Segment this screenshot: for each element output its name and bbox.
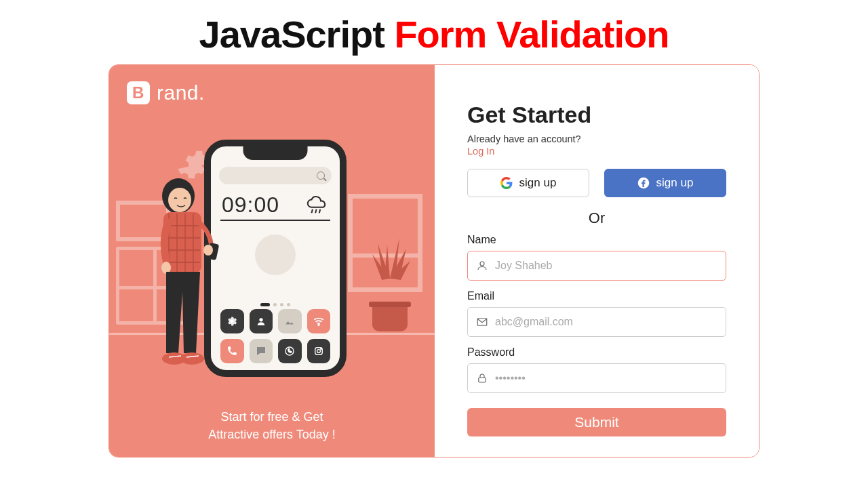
- person-illustration: [136, 170, 224, 380]
- search-icon: [317, 171, 325, 180]
- login-link[interactable]: Log In: [467, 146, 726, 157]
- title-part-1: JavaScript: [199, 13, 384, 56]
- brand-logo: B rand.: [127, 81, 417, 104]
- name-input-wrap[interactable]: [467, 251, 726, 281]
- password-label: Password: [467, 346, 726, 359]
- email-label: Email: [467, 290, 726, 302]
- google-signup-button[interactable]: sign up: [467, 169, 589, 197]
- submit-button[interactable]: Submit: [467, 408, 726, 436]
- mail-icon: [476, 316, 488, 328]
- svg-line-1: [315, 209, 316, 213]
- signup-card: B rand. 09:00: [108, 64, 760, 458]
- form-headline: Get Started: [467, 102, 726, 128]
- email-input-wrap[interactable]: [467, 307, 726, 337]
- instagram-app-icon: [307, 339, 331, 363]
- password-input-wrap[interactable]: [467, 363, 726, 393]
- google-signup-label: sign up: [519, 176, 557, 190]
- phone-clock: 09:00: [222, 192, 279, 218]
- brand-mark-icon: B: [127, 81, 150, 104]
- brand-name: rand.: [157, 81, 205, 104]
- facebook-signup-button[interactable]: sign up: [604, 169, 726, 197]
- svg-point-9: [320, 348, 321, 350]
- or-divider: Or: [467, 209, 726, 227]
- social-signup-row: sign up sign up: [467, 169, 726, 197]
- facebook-signup-label: sign up: [656, 176, 694, 190]
- photos-app-icon: [278, 309, 302, 333]
- svg-point-8: [317, 350, 320, 353]
- svg-point-22: [203, 245, 213, 256]
- contacts-app-icon: [250, 309, 273, 333]
- password-field: Password: [467, 346, 726, 393]
- weather-rain-icon: [306, 195, 329, 216]
- svg-point-11: [168, 188, 191, 212]
- google-icon: [500, 177, 513, 189]
- hero-illustration: 09:00: [109, 126, 435, 396]
- svg-point-27: [480, 262, 484, 266]
- svg-line-0: [312, 209, 313, 213]
- name-label: Name: [467, 234, 726, 246]
- whatsapp-app-icon: [278, 339, 302, 363]
- svg-point-4: [259, 318, 262, 321]
- phone-search-bar: [219, 167, 332, 184]
- wifi-app-icon: [307, 309, 331, 333]
- tagline-line-2: Attractive offers Today !: [109, 426, 435, 443]
- phone-mockup: 09:00: [204, 140, 347, 377]
- svg-line-2: [319, 209, 320, 213]
- password-input[interactable]: [495, 372, 717, 384]
- chat-app-icon: [250, 339, 273, 363]
- name-field: Name: [467, 234, 726, 281]
- hero-tagline: Start for free & Get Attractive offers T…: [109, 408, 435, 443]
- name-input[interactable]: [495, 260, 717, 272]
- svg-point-5: [318, 324, 319, 325]
- page-title: JavaScript Form Validation: [0, 0, 868, 64]
- plant-icon: [363, 231, 417, 331]
- facebook-icon: [637, 177, 650, 189]
- form-panel: Get Started Already have an account? Log…: [435, 65, 759, 457]
- email-field: Email: [467, 290, 726, 337]
- email-input[interactable]: [495, 316, 717, 328]
- already-account-text: Already have an account?: [467, 134, 726, 144]
- user-icon: [476, 260, 488, 272]
- lock-icon: [476, 372, 488, 384]
- svg-point-25: [180, 352, 204, 365]
- svg-rect-29: [479, 378, 486, 382]
- tagline-line-1: Start for free & Get: [109, 408, 435, 426]
- hero-panel: B rand. 09:00: [109, 65, 435, 457]
- title-part-2: Form Validation: [394, 13, 669, 56]
